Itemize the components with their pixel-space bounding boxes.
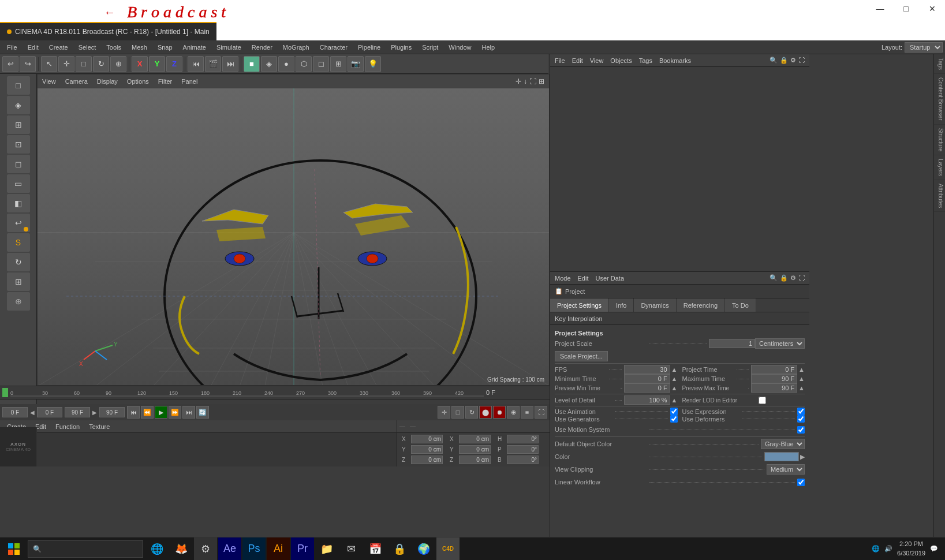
tab-referencing[interactable]: Referencing <box>677 298 725 312</box>
tool-scale[interactable]: ⊕ <box>110 56 126 72</box>
taskbar-app-mail[interactable]: ✉ <box>339 537 363 561</box>
tool-z-axis[interactable]: Z <box>166 56 182 72</box>
rp-menu-view[interactable]: View <box>590 57 604 64</box>
step-forward-button[interactable]: ⏩ <box>169 406 181 419</box>
maximize-button[interactable]: □ <box>893 0 919 17</box>
coord-oy-input[interactable] <box>459 445 491 454</box>
palette-mode-box[interactable]: ▭ <box>7 174 30 193</box>
taskbar-notification-icon[interactable]: 💬 <box>930 545 938 552</box>
rp-menu-objects[interactable]: Objects <box>610 57 632 64</box>
rp-menu-file[interactable]: File <box>555 57 565 64</box>
timeline-start-input[interactable] <box>2 407 28 417</box>
max-time-input[interactable] <box>751 374 797 383</box>
preview-min-input[interactable] <box>624 383 670 393</box>
key-select-button[interactable]: ≡ <box>521 406 533 419</box>
vp-menu-filter[interactable]: Filter <box>158 78 172 85</box>
side-tab-layers[interactable]: Layers <box>934 155 945 180</box>
tool-x-axis[interactable]: X <box>132 56 148 72</box>
tab-dynamics[interactable]: Dynamics <box>634 298 676 312</box>
menu-pipeline[interactable]: Pipeline <box>353 43 385 52</box>
tool-wire[interactable]: ◈ <box>261 56 277 72</box>
close-button[interactable]: ✕ <box>919 0 945 17</box>
color-arrow-icon[interactable]: ▶ <box>800 453 805 461</box>
track-menu-texture[interactable]: Texture <box>87 423 112 430</box>
menu-tools[interactable]: Tools <box>102 43 126 52</box>
add-keyframe-button[interactable]: ✛ <box>438 406 450 419</box>
tool-edge[interactable]: ◻ <box>313 56 329 72</box>
project-time-input[interactable] <box>751 365 797 374</box>
palette-bend[interactable]: S <box>7 233 30 252</box>
taskbar-app-world[interactable]: 🌍 <box>412 537 435 561</box>
remove-keyframe-button[interactable]: □ <box>451 406 464 419</box>
timeline-arrow-right[interactable]: ▶ <box>92 409 97 416</box>
taskbar-app-ae[interactable]: Ae <box>218 537 241 561</box>
rotate-keyframe-button[interactable]: ↻ <box>465 406 478 419</box>
rp-menu-edit[interactable]: Edit <box>572 57 583 64</box>
lod-input[interactable] <box>624 395 670 405</box>
menu-file[interactable]: File <box>2 43 22 52</box>
layout-dropdown[interactable]: Startup <box>905 42 943 53</box>
default-obj-color-select[interactable]: Gray-Blue <box>761 439 805 449</box>
render-lod-checkbox[interactable] <box>759 397 766 404</box>
palette-mode-3d[interactable]: ◻ <box>7 155 30 173</box>
use-gen-checkbox[interactable] <box>670 415 678 423</box>
taskbar-app-pr[interactable]: Pr <box>291 537 314 561</box>
prev-min-arrow[interactable]: ▲ <box>671 384 678 391</box>
coord-z-input[interactable] <box>411 456 443 464</box>
menu-simulate[interactable]: Simulate <box>212 43 246 52</box>
attr-menu-mode[interactable]: Mode <box>555 275 571 282</box>
tool-film-cur[interactable]: 🎬 <box>205 56 221 72</box>
timeline-end2-input[interactable] <box>99 407 125 417</box>
tool-rotate[interactable]: ↻ <box>93 56 109 72</box>
tool-y-axis[interactable]: Y <box>149 56 165 72</box>
tool-front[interactable]: ■ <box>244 56 260 72</box>
menu-animate[interactable]: Animate <box>178 43 211 52</box>
menu-create[interactable]: Create <box>44 43 73 52</box>
palette-mode-axis[interactable]: ⊡ <box>7 135 30 154</box>
key-all-button[interactable]: ⊕ <box>507 406 520 419</box>
tool-film-prev[interactable]: ⏮ <box>188 56 204 72</box>
menu-render[interactable]: Render <box>247 43 277 52</box>
palette-mode-texture[interactable]: ⊞ <box>7 115 30 134</box>
min-time-input[interactable] <box>624 374 670 383</box>
vp-fullscreen-icon[interactable]: ⛶ <box>529 77 536 85</box>
tab-todo[interactable]: To Do <box>725 298 756 312</box>
menu-snap[interactable]: Snap <box>153 43 177 52</box>
loop-button[interactable]: 🔄 <box>196 406 209 419</box>
side-tab-content-browser[interactable]: Content Browser <box>934 74 945 124</box>
menu-mograph[interactable]: MoGraph <box>278 43 314 52</box>
menu-mesh[interactable]: Mesh <box>127 43 152 52</box>
tool-redo[interactable]: ↪ <box>20 56 36 72</box>
taskbar-app-ai[interactable]: Ai <box>267 537 290 561</box>
tool-texture[interactable]: ⬡ <box>296 56 312 72</box>
palette-mode-object[interactable]: □ <box>7 76 30 95</box>
coord-oz-input[interactable] <box>459 456 491 464</box>
taskbar-app-ps[interactable]: Ps <box>242 537 266 561</box>
fps-input[interactable] <box>624 365 670 374</box>
go-end-button[interactable]: ⏭ <box>182 406 195 419</box>
play-button[interactable]: ▶ <box>155 406 167 419</box>
linear-wf-checkbox[interactable] <box>797 479 805 486</box>
timeline-current-input[interactable] <box>37 407 62 417</box>
project-time-arrow[interactable]: ▲ <box>798 366 805 373</box>
tool-move[interactable]: ✛ <box>58 56 74 72</box>
coord-ox-input[interactable] <box>459 435 491 443</box>
vp-down-icon[interactable]: ↓ <box>524 77 527 85</box>
attr-menu-edit[interactable]: Edit <box>578 275 589 282</box>
window-controls[interactable]: — □ ✕ <box>867 0 945 17</box>
tool-camera-icon[interactable]: 📷 <box>348 56 364 72</box>
coord-b-input[interactable] <box>507 456 539 464</box>
tool-shading[interactable]: ● <box>278 56 294 72</box>
vp-menu-options[interactable]: Options <box>127 78 149 85</box>
use-motion-checkbox[interactable] <box>797 426 805 434</box>
tab-project-settings[interactable]: Project Settings <box>550 298 609 312</box>
taskbar-search-box[interactable]: 🔍 <box>28 540 143 558</box>
taskbar-app-calendar[interactable]: 📅 <box>364 537 387 561</box>
min-time-arrow[interactable]: ▲ <box>671 375 678 382</box>
vp-menu-display[interactable]: Display <box>97 78 118 85</box>
palette-rotate-tool[interactable]: ↻ <box>7 253 30 271</box>
tool-undo[interactable]: ↩ <box>2 56 18 72</box>
auto-record-button[interactable]: ⏺ <box>493 406 506 419</box>
step-back-button[interactable]: ⏪ <box>141 406 154 419</box>
taskbar-app-c4d-icon[interactable]: ⚙ <box>194 537 217 561</box>
